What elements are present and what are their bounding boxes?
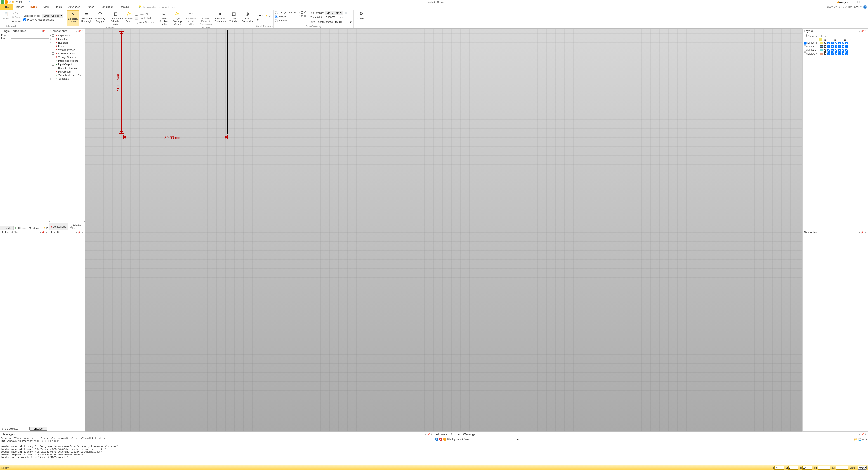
tell-me-search[interactable]: 💡 Tell me what you want to do... — [138, 5, 176, 8]
messages-output[interactable]: Creating SIwave session log C:\Users\x_f… — [0, 437, 434, 466]
circuit-elem-icon-1[interactable]: ⎍ — [256, 14, 258, 17]
layer-stackup-editor-button[interactable]: ≋Layer Stackup Editor — [157, 10, 170, 26]
display-output-select[interactable] — [470, 437, 520, 441]
qat-dropdown-icon[interactable]: ▾ — [31, 0, 35, 4]
draw-tool-icon-3[interactable]: ⬠ — [304, 11, 307, 13]
trace-width-input[interactable] — [325, 15, 339, 20]
merge-radio[interactable] — [275, 15, 278, 18]
cut-button[interactable]: Cut — [15, 12, 19, 15]
regexp-input[interactable] — [11, 35, 50, 39]
tab-results[interactable]: Results — [117, 4, 132, 10]
tab-tools[interactable]: Tools — [53, 4, 65, 10]
select-by-clicking-button[interactable]: ↖Select By Clicking — [67, 10, 79, 26]
info-tool-3[interactable]: ⧉ — [862, 438, 864, 441]
tab-file[interactable]: FILE — [0, 4, 13, 10]
invert-selection-checkbox[interactable] — [135, 21, 138, 24]
tab-simulation[interactable]: Simulation — [98, 4, 117, 10]
status-dx[interactable] — [817, 466, 830, 470]
unselect-button[interactable]: Unselect — [29, 427, 47, 431]
net-tab-diff[interactable]: ⊩Differ... — [13, 226, 27, 230]
undo-icon[interactable]: ↶ — [24, 0, 27, 4]
maximize-button[interactable]: ❐ — [856, 1, 861, 4]
help-icon[interactable]: ? — [864, 5, 867, 8]
select-by-rectangle-button[interactable]: ▭Select By Rectangle — [80, 10, 93, 26]
tab-view[interactable]: View — [40, 4, 53, 10]
special-select-button[interactable]: ✨Special Select — [124, 10, 134, 26]
component-tree-item[interactable]: ✓Discrete Devices — [50, 66, 84, 70]
component-tree-item[interactable]: ✗Voltage Probes — [50, 48, 84, 52]
draw-tool-icon-5[interactable]: ⊙ — [301, 14, 303, 18]
component-tree-item[interactable]: ✓Input/Output — [50, 63, 84, 66]
info-tool-4[interactable]: ✕ — [865, 438, 867, 441]
save-as-icon[interactable]: 💾 — [19, 0, 22, 4]
solderball-button[interactable]: ●Solderball Properties — [214, 10, 226, 26]
selection-mode-select[interactable]: Single Object — [42, 14, 63, 18]
minimize-button[interactable]: — — [850, 1, 855, 3]
close-button[interactable]: ✕ — [862, 1, 867, 4]
extent-settings-icon[interactable]: ⚙ — [350, 21, 352, 23]
pin2-icon[interactable]: 📌 — [42, 30, 44, 32]
show-dielectrics-checkbox[interactable] — [804, 34, 807, 37]
net-tab-ext[interactable]: ⊡Exten... — [27, 226, 41, 230]
draw-tool-icon-1[interactable]: ▭ — [298, 11, 300, 13]
component-tree-item[interactable]: ✗Ports — [50, 44, 84, 48]
status-z[interactable] — [802, 466, 812, 470]
info-tool-1[interactable]: 📂 — [854, 438, 857, 441]
info-tool-2[interactable]: 💾 — [858, 438, 862, 441]
selection-filters-tab[interactable]: ▤Selection Fi... — [68, 223, 85, 230]
unselect-all-checkbox[interactable] — [135, 17, 138, 20]
subtract-radio[interactable] — [275, 19, 278, 22]
circuit-elem-icon-4[interactable]: ⚡ — [265, 14, 268, 17]
move-button[interactable]: Move — [15, 20, 20, 23]
component-tree-item[interactable]: +✗Resistors — [50, 41, 84, 44]
copy-button[interactable]: Copy — [15, 16, 20, 19]
component-tree-item[interactable]: ✗Pin Groups — [50, 70, 84, 73]
edit-materials-button[interactable]: ▤Edit Materials — [227, 10, 240, 26]
components-tab[interactable]: ♥Components — [49, 223, 68, 230]
circuit-elem-icon-5[interactable]: ◇ — [269, 14, 271, 17]
component-tree-item[interactable]: ✓Virtually Mounted Pac — [50, 73, 84, 77]
via-settings-select[interactable]: VIA_M1_M4 — [325, 11, 343, 15]
component-tree-item[interactable]: +✗Inductors — [50, 37, 84, 41]
units-select[interactable]: mm — [858, 466, 867, 470]
draw-tool-icon-6[interactable]: ▤ — [304, 14, 306, 18]
preserve-net-checkbox[interactable] — [23, 18, 26, 21]
status-y[interactable] — [788, 466, 798, 470]
circuit-elem-icon-3[interactable]: ⊕ — [262, 14, 264, 17]
layer-row[interactable]: METAL-2 — [804, 45, 867, 49]
close-panel-icon[interactable]: ✕ — [45, 30, 47, 32]
tab-export[interactable]: Export — [84, 4, 98, 10]
select-by-polygon-button[interactable]: ⬠Select By Polygon — [94, 10, 106, 26]
status-x[interactable] — [774, 466, 784, 470]
draw-tool-icon-4[interactable]: ／ — [298, 14, 300, 18]
component-tree-item[interactable]: +✓Terminals — [50, 77, 84, 81]
component-tree-item[interactable]: +✗Capacitors — [50, 34, 84, 37]
save-icon[interactable]: 💾 — [16, 0, 19, 4]
add-no-merge-radio[interactable] — [275, 11, 278, 14]
tab-home[interactable]: Home — [27, 4, 40, 10]
component-tree-item[interactable]: ✗Voltage Sources — [50, 55, 84, 59]
redo-icon[interactable]: ↷ — [28, 0, 31, 4]
design-canvas[interactable]: 50.00 mm 50.00 mm — [85, 29, 802, 432]
error-icon[interactable]: ✖ — [439, 438, 442, 441]
draw-tool-icon-2[interactable]: ◯ — [301, 11, 303, 13]
warning-icon[interactable]: ! — [443, 438, 446, 441]
info-icon[interactable]: i — [435, 438, 438, 441]
component-tree-item[interactable]: ✓Integrated Circuits — [50, 59, 84, 63]
circuit-element-params-button[interactable]: ⎍Circuit Element Parameters — [198, 10, 213, 26]
qat-icon-1[interactable] — [1, 0, 4, 4]
components-tree[interactable]: +✗Capacitors+✗Inductors+✗Resistors ✗Port… — [49, 33, 85, 220]
tab-advanced[interactable]: Advanced — [65, 4, 84, 10]
style-dropdown[interactable]: Style ▾ — [854, 5, 862, 8]
circuit-elem-icon-2[interactable]: ≣ — [259, 14, 261, 17]
pin-icon[interactable]: ▾ — [40, 30, 41, 32]
status-dy[interactable] — [836, 466, 848, 470]
component-tree-item[interactable]: ✗Current Sources — [50, 52, 84, 55]
layer-row[interactable]: METAL-4 — [804, 52, 867, 56]
layer-row[interactable]: METAL-3 — [804, 49, 867, 52]
edit-padstacks-button[interactable]: ◎Edit Padstacks — [241, 10, 254, 26]
layer-row[interactable]: METAL-1 — [804, 41, 867, 45]
new-icon[interactable]: 📄 — [8, 0, 11, 4]
circuit-elem-icon-6[interactable]: ⊙ — [256, 18, 258, 21]
options-button[interactable]: ⚙Options — [355, 10, 368, 24]
